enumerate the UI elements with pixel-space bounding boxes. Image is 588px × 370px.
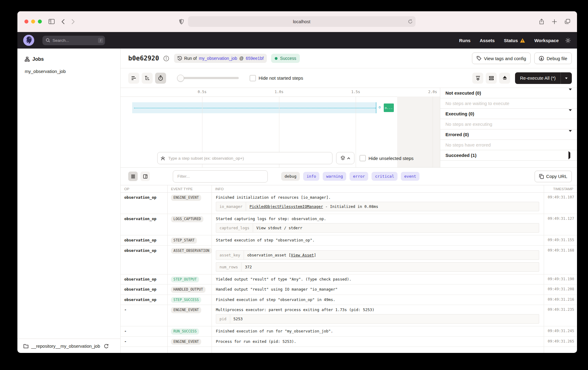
sidebar-item-job[interactable]: my_observation_job [17,62,120,74]
log-structured-view-button[interactable] [140,172,150,181]
axis-tick-label: 1.0s [275,90,284,94]
metadata-value: View stdout / stderr [253,223,306,232]
dagster-logo[interactable] [23,35,34,46]
window-controls [24,20,42,24]
global-search[interactable]: Search... / [42,36,105,45]
log-level-chip-debug[interactable]: debug [281,172,300,181]
new-tab-icon[interactable] [552,19,557,24]
waterfall-view-button[interactable] [142,73,153,84]
expand-rows-button[interactable] [486,73,497,84]
log-timestamp-cell: 09:49:31.155 [544,235,577,245]
log-metadata-box: num_rows372 [216,262,539,272]
hide-not-started-row: Hide not started steps [250,75,303,81]
minimize-window-button[interactable] [31,20,35,24]
log-metadata-box: asset_keyobservation_asset [View Asset] [216,250,539,260]
log-info-cell: asset_keyobservation_asset [View Asset]n… [212,246,544,274]
metadata-text: ] [314,253,316,257]
nav-item-runs[interactable]: Runs [459,38,471,43]
metadata-link[interactable]: View Asset [291,253,314,257]
browser-sidebar-toggle-icon[interactable] [49,19,55,24]
log-message: Process for run exited (pid: 5253). [216,339,540,344]
step-panel-empty-text: No steps have errored [440,140,577,150]
privacy-shield-icon[interactable] [179,19,184,24]
job-link[interactable]: my_observation_job [199,56,237,61]
log-op-cell: - [121,305,167,326]
step-panel-empty-text: No steps are executing [440,119,577,129]
caret-down-icon [565,78,568,80]
log-level-chip-warning[interactable]: warning [323,172,346,181]
refresh-icon[interactable] [104,344,108,348]
zoom-out-button[interactable] [472,73,483,84]
share-icon[interactable] [539,19,544,24]
flat-view-button[interactable] [128,73,139,84]
graph-query-toggle-button[interactable] [336,152,354,164]
warning-icon [520,38,525,43]
log-timestamp-cell: 09:49:31.245 [544,326,577,336]
log-level-chip-critical[interactable]: critical [372,172,397,181]
reload-icon[interactable] [408,19,412,24]
log-info-cell: Multiprocess executor: parent process ex… [212,305,544,326]
log-level-filters: debuginfowarningerrorcriticalevent [281,172,419,181]
log-filter-wrap [173,170,268,183]
nav-item-assets[interactable]: Assets [480,38,495,43]
metadata-value: 5253 [230,314,246,323]
run-header: b0e62920 Run of my_observation_job @ 659… [121,49,577,68]
log-metadata-box: pid5253 [216,314,539,324]
metadata-value: PickledObjectFilesystemIOManager - Initi… [246,202,381,211]
step-panel-section-title: Executing (0) [445,111,474,116]
gear-icon[interactable] [565,38,571,43]
gantt-chart: 0.5s1.0s1.5s2.0s o o... [121,88,440,167]
step-panel-section-2-header[interactable]: Executing (0) [440,109,577,119]
nav-item-workspace[interactable]: Workspace [534,38,559,43]
step-panel-section-1-header[interactable]: Not executed (0) [440,88,577,98]
search-icon [46,38,50,42]
view-tags-config-button[interactable]: View tags and config [472,53,531,64]
nav-item-status[interactable]: Status [504,38,525,43]
reexecute-dropdown-button[interactable] [561,72,572,84]
event-type-tag: STEP_SUCCESS [171,297,201,303]
reexecute-all-button[interactable]: Re-execute All (*) [515,72,561,84]
log-event-type-cell: STEP_OUTPUT [167,274,212,285]
log-message: Multiprocess executor: parent process ex… [216,307,540,312]
log-level-chip-error[interactable]: error [350,172,368,181]
fullscreen-window-button[interactable] [38,20,42,24]
metadata-link[interactable]: PickledObjectFilesystemIOManager [249,204,323,209]
log-timestamp-cell: 09:49:31.168 [544,246,577,274]
debug-file-button[interactable]: Debug file [534,53,572,64]
log-event-type-cell: LOGS_CAPTURED [167,214,212,235]
log-metadata-box: captured_logsView stdout / stderr [216,223,539,233]
log-event-type-cell: STEP_SUCCESS [167,295,212,305]
close-window-button[interactable] [24,20,28,24]
log-list-view-button[interactable] [128,172,138,181]
step-subset-input[interactable] [168,156,329,161]
hide-unselected-checkbox[interactable] [360,155,366,161]
log-message: Finished initialization of resources [io… [216,195,540,200]
metadata-label: io_manager [216,202,246,211]
step-panel-section-3-header[interactable]: Errored (0) [440,129,577,140]
commit-link[interactable]: 659ee1bf [246,56,263,61]
timed-view-button[interactable] [155,73,166,84]
step-panel-section-title: Succeeded (1) [445,153,477,158]
tab-overview-icon[interactable] [565,19,570,24]
info-icon[interactable] [163,56,169,61]
log-message: Started execution of step "observation_o… [216,238,540,242]
step-subset-input-wrap [157,152,332,164]
hide-not-started-checkbox[interactable] [250,75,256,81]
gantt-step-bar[interactable]: o... [384,103,394,112]
gantt-step-start-marker: o [379,105,381,109]
zoom-slider-knob[interactable] [177,74,184,82]
step-panel-section-4-header[interactable]: Succeeded (1) [440,150,577,161]
metadata-label: asset_key [216,251,244,259]
log-level-chip-info[interactable]: info [303,172,319,181]
copy-url-button[interactable]: Copy URL [535,171,572,182]
zoom-slider[interactable] [178,77,239,79]
log-filter-input[interactable] [177,174,264,179]
log-level-chip-event[interactable]: event [401,172,419,181]
collapse-rows-button[interactable] [499,73,510,84]
back-button-icon[interactable] [61,19,65,24]
address-bar[interactable]: localhost [188,16,416,27]
forward-button-icon[interactable] [71,19,75,24]
browser-chrome: localhost [17,11,577,32]
copy-icon [539,174,544,179]
tag-icon [477,56,481,61]
